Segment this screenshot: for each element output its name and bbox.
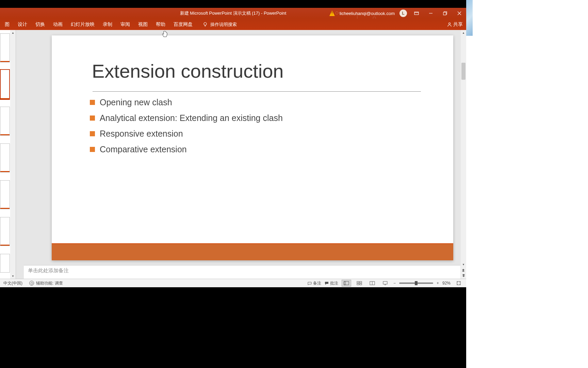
notes-pane[interactable]: 单击此处添加备注 [24,265,460,279]
lightbulb-icon [203,22,208,27]
slide-thumbnail[interactable] [0,33,10,62]
slide-thumbnail[interactable] [0,217,10,246]
scroll-down-icon[interactable]: ▼ [10,273,16,279]
svg-rect-15 [383,281,387,284]
ribbon-tab[interactable]: 图 [1,19,14,30]
slide-thumbnail[interactable] [0,180,10,209]
zoom-slider-thumb[interactable] [415,281,418,285]
language-status[interactable]: 中文(中国) [3,280,22,286]
bullet-item[interactable]: Comparative extension [90,144,283,154]
title-underline [93,91,421,92]
accessibility-icon [29,281,34,286]
slide-edit-area[interactable]: Extension construction Opening new clash… [16,30,466,279]
slide-title[interactable]: Extension construction [92,60,283,82]
bullet-icon [90,131,95,136]
svg-rect-10 [357,281,359,283]
prev-slide-icon[interactable]: ⯭ [462,269,465,272]
slide-footer-bar [52,244,453,260]
share-label: 共享 [453,21,463,28]
notes-toggle[interactable]: 备注 [308,280,321,286]
tell-me-label: 操作说明搜索 [210,21,237,28]
zoom-slider[interactable] [399,282,433,284]
notes-toggle-label: 备注 [313,280,321,286]
ribbon-display-button[interactable] [412,10,421,17]
tell-me-search[interactable]: 操作说明搜索 [197,21,237,28]
next-slide-icon[interactable]: ⯯ [462,274,465,277]
ribbon-tab[interactable]: 审阅 [116,19,134,30]
ribbon-tab[interactable]: 百度网盘 [169,19,197,30]
bullet-item[interactable]: Opening new clash [90,97,283,107]
slide-sorter-button[interactable] [355,280,364,287]
slide-thumbnail[interactable] [0,107,10,136]
workspace: ▲ ▼ Extension construction Opening new c… [0,30,466,279]
minimize-button[interactable] [426,10,436,17]
person-icon [447,22,452,27]
fit-to-window-button[interactable] [454,280,463,287]
slideshow-view-button[interactable] [380,280,390,287]
svg-rect-4 [414,12,419,15]
bullet-text: Analytical extension: Extending an exist… [100,113,283,123]
comments-toggle[interactable]: 批注 [325,280,338,286]
ribbon-tab[interactable]: 设计 [14,19,31,30]
scroll-down-icon[interactable]: ▼ [461,262,466,267]
slide-body[interactable]: Opening new clash Analytical extension: … [90,97,283,160]
svg-rect-11 [360,281,362,283]
user-email[interactable]: licheeliuhanqi@outlook.com [340,11,395,16]
comments-toggle-label: 批注 [330,280,338,286]
bullet-item[interactable]: Analytical extension: Extending an exist… [90,113,283,123]
ribbon-tab[interactable]: 切换 [31,19,49,30]
warning-icon [329,11,335,16]
ribbon-tab[interactable]: 录制 [99,19,116,30]
svg-rect-9 [344,281,345,285]
slide-thumbnail[interactable] [0,143,10,172]
scroll-up-icon[interactable]: ▲ [461,30,466,35]
svg-point-6 [204,22,207,25]
svg-rect-8 [344,281,349,285]
ribbon-tab[interactable]: 帮助 [152,19,169,30]
ribbon-tabs: 图 设计 切换 动画 幻灯片放映 录制 审阅 视图 帮助 百度网盘 操作说明搜索… [0,19,466,30]
svg-rect-5 [443,12,446,15]
zoom-level[interactable]: 92% [442,281,451,286]
slide-canvas[interactable]: Extension construction Opening new clash… [52,35,453,260]
comment-icon [325,281,329,285]
share-button[interactable]: 共享 [447,21,463,28]
thumbnail-scrollbar[interactable]: ▲ ▼ [10,30,16,279]
user-avatar[interactable]: L [399,10,407,17]
window-title: 新建 Microsoft PowerPoint 演示文稿 (17) - Powe… [180,10,287,16]
bullet-icon [90,147,95,152]
slide-scrollbar[interactable]: ▲ ▼ ⯭ ⯯ [461,30,466,279]
status-bar: 中文(中国) 辅助功能: 调查 备注 批注 − + 92% [0,279,466,287]
scrollbar-thumb[interactable] [461,63,466,80]
bullet-icon [90,116,95,121]
notes-icon [308,281,312,285]
notes-placeholder: 单击此处添加备注 [28,267,69,273]
slide-thumbnail-panel[interactable]: ▲ ▼ [0,30,16,279]
ribbon-tab[interactable]: 视图 [134,19,152,30]
bullet-text: Comparative extension [100,144,187,154]
reading-view-button[interactable] [368,280,377,287]
bullet-item[interactable]: Responsive extension [90,129,283,139]
svg-rect-13 [360,283,362,285]
accessibility-status[interactable]: 辅助功能: 调查 [36,280,63,286]
title-bar: 新建 Microsoft PowerPoint 演示文稿 (17) - Powe… [0,8,466,19]
bullet-text: Opening new clash [100,97,172,107]
normal-view-button[interactable] [342,280,351,287]
maximize-button[interactable] [440,10,450,17]
slide-thumbnail-selected[interactable] [0,69,10,100]
bullet-text: Responsive extension [100,129,183,139]
svg-rect-12 [357,283,359,285]
scroll-up-icon[interactable]: ▲ [10,30,16,35]
svg-point-7 [449,22,451,24]
ribbon-tab[interactable]: 幻灯片放映 [67,19,99,30]
close-button[interactable] [455,10,464,17]
slide-thumbnail[interactable] [0,254,10,273]
ribbon-tab[interactable]: 动画 [49,19,67,30]
bullet-icon [90,100,95,105]
zoom-out-button[interactable]: − [393,281,396,286]
zoom-in-button[interactable]: + [437,281,439,286]
